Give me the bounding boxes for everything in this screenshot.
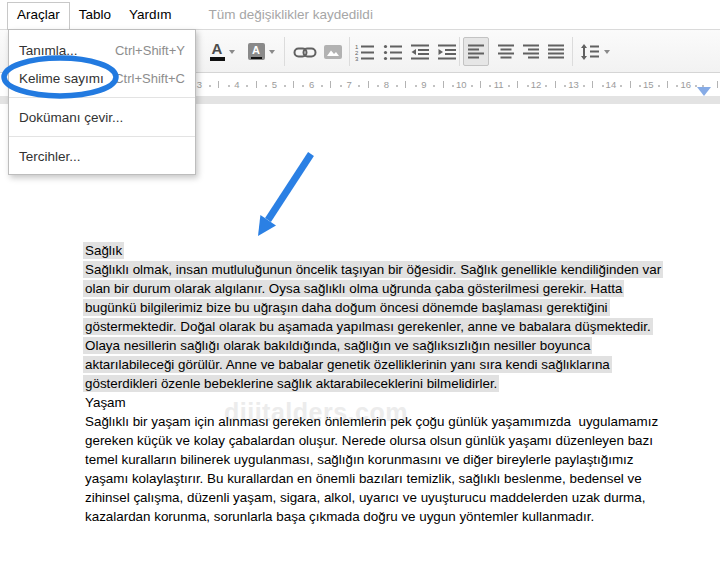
text-line[interactable]: kazalardan korunma, sorunlarla başa çıkm… (85, 507, 661, 526)
numbered-list-icon: 123 (355, 43, 375, 61)
ruler-number: 8 (384, 79, 389, 90)
text-line[interactable]: Olaya nesillerin sağlığı olarak bakıldığ… (85, 336, 661, 355)
decrease-indent-button[interactable] (408, 37, 432, 66)
menubar-item-yardım[interactable]: Yardım (120, 0, 181, 29)
google-docs-window: AraçlarTabloYardım Tüm değişiklikler kay… (0, 0, 720, 561)
ruler-number: 6 (309, 79, 314, 90)
tools-menu: Tanımla...Ctrl+Shift+YKelime sayımıCtrl+… (8, 29, 196, 175)
menu-item-label: Tercihler... (19, 149, 185, 164)
justify-icon (547, 44, 565, 60)
right-indent-marker[interactable] (697, 87, 711, 96)
ruler-tick (489, 85, 491, 87)
ruler-tick (284, 85, 286, 87)
align-center-button[interactable] (494, 37, 518, 66)
justify-button[interactable] (544, 37, 568, 66)
insert-link-button[interactable] (290, 37, 320, 66)
ruler-tick (228, 85, 230, 87)
bulleted-list-button[interactable] (381, 37, 405, 66)
ruler-tick (330, 81, 331, 88)
ruler-tick (602, 85, 604, 87)
text: temel kuralların bilinerek uygulanması, … (85, 452, 634, 467)
text-line[interactable]: zihinsel çalışma, düzenli yaşam, sigara,… (85, 488, 661, 507)
text-line[interactable]: yaşamı kolaylaştırır. Bu kurallardan en … (85, 469, 661, 488)
ruler-tick (471, 85, 473, 87)
ruler-tick (396, 85, 398, 87)
menubar: AraçlarTabloYardım Tüm değişiklikler kay… (0, 0, 720, 29)
text-line[interactable]: aktarılabileceği görülür. Anne ve babala… (85, 355, 661, 374)
ruler-tick (592, 81, 593, 88)
text: zihinsel çalışma, düzenli yaşam, sigara,… (85, 490, 645, 505)
text-line[interactable]: gereken küçük ve kolay çabalardan oluşur… (85, 431, 661, 450)
ruler-tick (658, 85, 660, 87)
chevron-down-icon (229, 50, 235, 54)
selected-text: olan bir durum olarak algılanır. Oysa sa… (83, 280, 624, 297)
chevron-down-icon (269, 50, 275, 54)
selected-text: bugünkü bilgilerimiz bize bu uğraşın dah… (83, 299, 610, 316)
text-line[interactable]: Yaşam (85, 393, 661, 412)
menu-item-tercihler[interactable]: Tercihler... (9, 142, 195, 170)
text-color-button[interactable]: A (205, 37, 239, 66)
ruler-tick (676, 85, 678, 87)
text-line[interactable]: temel kuralların bilinerek uygulanması, … (85, 450, 661, 469)
ruler-tick (293, 81, 294, 88)
text-line[interactable]: Sağlıklı bir yaşam için alınması gereken… (85, 412, 661, 431)
text-line[interactable]: bugünkü bilgilerimiz bize bu uğraşın dah… (85, 298, 661, 317)
ruler-number: 12 (531, 79, 542, 90)
ruler-tick (209, 85, 211, 87)
insert-image-button[interactable] (320, 37, 346, 66)
menu-item-shortcut: Ctrl+Shift+C (114, 71, 185, 86)
ruler-tick (368, 81, 369, 88)
text: kazalardan korunma, sorunlarla başa çıkm… (85, 509, 594, 524)
ruler-tick (480, 81, 481, 88)
decrease-indent-icon (410, 43, 430, 61)
line-spacing-icon (580, 43, 600, 61)
menu-item-tanımla[interactable]: Tanımla...Ctrl+Shift+Y (9, 36, 195, 64)
menu-item-label: Dokümanı çevir... (19, 110, 185, 125)
ruler-number: 15 (643, 79, 654, 90)
ruler-number: 7 (346, 79, 351, 90)
ruler-tick (452, 85, 454, 87)
save-status: Tüm değişiklikler kaydedildi (209, 0, 373, 29)
chevron-down-icon (604, 50, 610, 54)
ruler-tick (564, 85, 566, 87)
selected-text: Olaya nesillerin sağlığı olarak bakıldığ… (83, 337, 592, 354)
ruler-tick (555, 81, 556, 88)
ruler-tick (265, 85, 267, 87)
ruler-number: 9 (421, 79, 426, 90)
ruler-tick (433, 85, 435, 87)
ruler-tick (321, 85, 323, 87)
menu-separator (9, 136, 195, 137)
ruler-tick (545, 85, 547, 87)
ruler-tick (527, 85, 529, 87)
ruler-tick (415, 85, 417, 87)
numbered-list-button[interactable]: 123 (353, 37, 377, 66)
text-line[interactable]: Sağlıklı olmak, insan mutluluğunun öncel… (85, 260, 661, 279)
text: Yaşam (85, 395, 126, 410)
ruler-tick (667, 81, 668, 88)
ruler-number: 11 (494, 79, 504, 90)
menu-item-dokümanı-çevir[interactable]: Dokümanı çevir... (9, 103, 195, 131)
ruler-tick (620, 85, 622, 87)
menu-item-shortcut: Ctrl+Shift+Y (115, 43, 185, 58)
menubar-item-tablo[interactable]: Tablo (70, 0, 120, 29)
text-line[interactable]: olan bir durum olarak algılanır. Oysa sa… (85, 279, 661, 298)
menu-separator (9, 97, 195, 98)
text-line[interactable]: gösterdikleri özenle bebeklerine sağlık … (85, 374, 661, 393)
ruler-number: 3 (197, 79, 202, 90)
align-right-button[interactable] (519, 37, 543, 66)
ruler-tick (377, 85, 379, 87)
text-line[interactable]: göstermektedir. Doğal olarak bu aşamada … (85, 317, 661, 336)
ruler-tick (302, 85, 304, 87)
line-spacing-button[interactable] (578, 37, 612, 66)
document-text[interactable]: SağlıkSağlıklı olmak, insan mutluluğunun… (85, 241, 661, 526)
ruler-number: 10 (456, 79, 467, 90)
highlight-color-button[interactable]: A (245, 37, 277, 66)
ruler-tick (218, 81, 219, 88)
menu-item-kelime-sayımı[interactable]: Kelime sayımıCtrl+Shift+C (9, 64, 195, 92)
ruler-tick (405, 81, 406, 88)
align-left-button[interactable] (463, 37, 489, 66)
increase-indent-button[interactable] (435, 37, 459, 66)
ruler-tick (443, 81, 444, 88)
menubar-item-araçlar[interactable]: Araçlar (7, 2, 70, 30)
text-line[interactable]: Sağlık (85, 241, 661, 260)
